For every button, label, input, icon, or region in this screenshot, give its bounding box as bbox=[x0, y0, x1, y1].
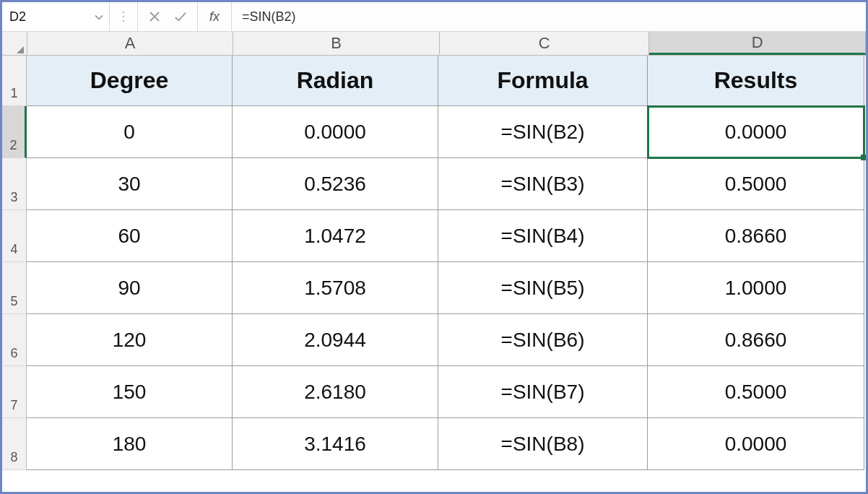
column-header-B[interactable]: B bbox=[233, 32, 440, 55]
row-number[interactable]: 1 bbox=[2, 56, 27, 106]
cell[interactable]: 0.0000 bbox=[648, 418, 864, 470]
cell[interactable]: 0.8660 bbox=[648, 314, 864, 366]
fx-label: fx bbox=[209, 9, 220, 25]
cell[interactable]: 0.5236 bbox=[233, 158, 438, 210]
cell[interactable]: =SIN(B3) bbox=[438, 158, 648, 210]
cell[interactable]: 1.0472 bbox=[233, 210, 438, 262]
enter-check-icon[interactable] bbox=[174, 10, 187, 23]
header-cell-formula[interactable]: Formula bbox=[438, 56, 648, 106]
cell-selected[interactable]: 0.0000 bbox=[648, 106, 864, 158]
spreadsheet-window: D2 fx =SIN(B2) A B C bbox=[0, 0, 868, 494]
cell[interactable]: 60 bbox=[27, 210, 233, 262]
column-header-A[interactable]: A bbox=[27, 32, 234, 55]
cancel-icon[interactable] bbox=[148, 10, 161, 23]
fx-button[interactable]: fx bbox=[198, 2, 232, 31]
formula-bar-actions bbox=[138, 2, 198, 31]
table-row: 7 150 2.6180 =SIN(B7) 0.5000 bbox=[2, 366, 866, 418]
svg-point-0 bbox=[123, 12, 125, 14]
chevron-down-icon[interactable] bbox=[95, 9, 103, 25]
formula-input[interactable]: =SIN(B2) bbox=[232, 2, 866, 31]
header-cell-degree[interactable]: Degree bbox=[27, 56, 233, 106]
cell[interactable]: 0.8660 bbox=[648, 210, 864, 262]
column-header-D[interactable]: D bbox=[649, 32, 866, 55]
cell[interactable]: 1.5708 bbox=[233, 262, 438, 314]
cell[interactable]: =SIN(B8) bbox=[438, 418, 648, 470]
cell[interactable]: 180 bbox=[27, 418, 233, 470]
row-number[interactable]: 2 bbox=[2, 106, 27, 158]
row-number[interactable]: 3 bbox=[2, 158, 27, 210]
cell[interactable]: 3.1416 bbox=[233, 418, 438, 470]
table-row: 2 0 0.0000 =SIN(B2) 0.0000 bbox=[2, 106, 866, 158]
cell[interactable]: 0.0000 bbox=[233, 106, 438, 158]
name-box-value: D2 bbox=[9, 9, 26, 25]
row-number[interactable]: 4 bbox=[2, 210, 27, 262]
row-number[interactable]: 6 bbox=[2, 314, 27, 366]
cell[interactable]: =SIN(B6) bbox=[438, 314, 648, 366]
name-box[interactable]: D2 bbox=[2, 2, 110, 31]
select-all-triangle[interactable] bbox=[2, 32, 27, 55]
cell[interactable]: 0.5000 bbox=[648, 158, 864, 210]
sheet-grid: A B C D 1 Degree Radian Formula Results … bbox=[2, 32, 866, 492]
cell[interactable]: =SIN(B7) bbox=[438, 366, 648, 418]
table-row: 6 120 2.0944 =SIN(B6) 0.8660 bbox=[2, 314, 866, 366]
cell[interactable]: 2.6180 bbox=[233, 366, 438, 418]
cell[interactable]: 2.0944 bbox=[233, 314, 438, 366]
table-row: 5 90 1.5708 =SIN(B5) 1.0000 bbox=[2, 262, 866, 314]
table-row: 4 60 1.0472 =SIN(B4) 0.8660 bbox=[2, 210, 866, 262]
cell[interactable]: 90 bbox=[27, 262, 233, 314]
formula-bar: D2 fx =SIN(B2) bbox=[2, 2, 866, 32]
row-number[interactable]: 8 bbox=[2, 418, 27, 470]
cell[interactable]: =SIN(B4) bbox=[438, 210, 648, 262]
header-cell-radian[interactable]: Radian bbox=[233, 56, 438, 106]
table-row: 8 180 3.1416 =SIN(B8) 0.0000 bbox=[2, 418, 866, 470]
svg-point-2 bbox=[123, 20, 125, 22]
cell[interactable]: =SIN(B5) bbox=[438, 262, 648, 314]
cell[interactable]: 30 bbox=[27, 158, 233, 210]
cell[interactable]: 1.0000 bbox=[648, 262, 864, 314]
formula-text: =SIN(B2) bbox=[242, 9, 296, 25]
column-headers: A B C D bbox=[2, 32, 866, 56]
separator-dots-icon bbox=[110, 2, 138, 31]
svg-point-1 bbox=[123, 16, 125, 18]
table-row: 1 Degree Radian Formula Results bbox=[2, 56, 866, 106]
cell[interactable]: 0 bbox=[27, 106, 233, 158]
cell[interactable]: 150 bbox=[27, 366, 233, 418]
row-number[interactable]: 5 bbox=[2, 262, 27, 314]
row-number[interactable]: 7 bbox=[2, 366, 27, 418]
column-header-C[interactable]: C bbox=[440, 32, 650, 55]
cell[interactable]: =SIN(B2) bbox=[438, 106, 648, 158]
cell[interactable]: 120 bbox=[27, 314, 233, 366]
rows: 1 Degree Radian Formula Results 2 0 0.00… bbox=[2, 56, 866, 492]
cell[interactable]: 0.5000 bbox=[648, 366, 864, 418]
header-cell-results[interactable]: Results bbox=[648, 56, 864, 106]
table-row: 3 30 0.5236 =SIN(B3) 0.5000 bbox=[2, 158, 866, 210]
